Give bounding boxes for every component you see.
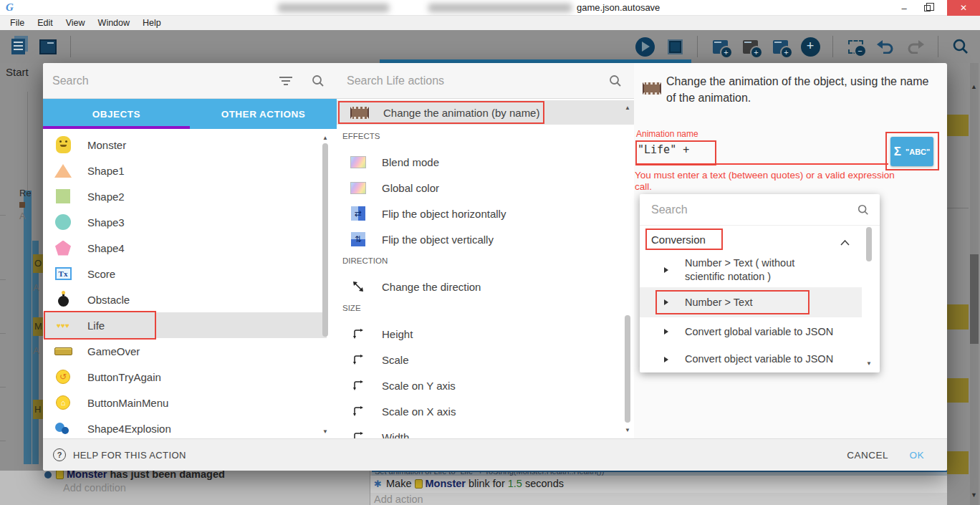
list-item-shape4[interactable]: Shape4 bbox=[43, 235, 327, 261]
scene-editor-icon[interactable] bbox=[36, 34, 60, 59]
object-list: Monster Shape1 Shape2 Shape3 Shape4 Scor… bbox=[43, 129, 337, 438]
list-item-gameover[interactable]: GameOver bbox=[43, 338, 327, 364]
list-item-obstacle[interactable]: Obstacle bbox=[43, 287, 327, 312]
project-manager-icon[interactable] bbox=[6, 34, 30, 59]
list-item-height[interactable]: Height bbox=[337, 321, 623, 347]
menu-file[interactable]: File bbox=[4, 18, 30, 28]
scroll-down-icon[interactable]: ▼ bbox=[322, 428, 328, 435]
list-item-scale-y[interactable]: Scale on Y axis bbox=[337, 372, 623, 398]
restore-icon bbox=[924, 5, 931, 11]
object-search-input[interactable]: Search bbox=[52, 74, 279, 87]
scroll-up-icon[interactable]: ▲ bbox=[625, 105, 630, 111]
add-action-link[interactable]: Add action bbox=[374, 494, 423, 505]
expression-builder-button[interactable]: Σ "ABC" bbox=[890, 137, 933, 166]
section-header: SIZE bbox=[342, 304, 361, 312]
list-item-shape4explosion[interactable]: Shape4Explosion bbox=[43, 415, 327, 438]
expr-item-number-to-text[interactable]: Number > Text bbox=[640, 287, 862, 317]
expr-item-number-to-text-nosci[interactable]: Number > Text ( without scientific notat… bbox=[640, 253, 862, 287]
undo-icon[interactable] bbox=[873, 34, 898, 59]
list-item-shape2[interactable]: Shape2 bbox=[43, 183, 327, 209]
action-editor-dialog: Search OBJECTS OTHER ACTIONS Monster Sha… bbox=[43, 63, 947, 471]
scrollbar-thumb[interactable] bbox=[970, 254, 979, 344]
action-search-input[interactable]: Search Life actions bbox=[347, 74, 608, 87]
selected-action-row[interactable]: Set animation of Life to "Life" + ToStri… bbox=[372, 471, 947, 476]
redo-icon[interactable] bbox=[903, 34, 928, 59]
tab-objects[interactable]: OBJECTS bbox=[43, 99, 190, 129]
list-item-buttonmainmenu[interactable]: ButtonMainMenu bbox=[43, 390, 327, 415]
scroll-down-icon[interactable]: ▼ bbox=[625, 427, 630, 433]
expand-arrow-icon[interactable] bbox=[664, 267, 668, 273]
help-icon[interactable] bbox=[53, 448, 66, 461]
search-icon[interactable] bbox=[948, 34, 973, 59]
list-item-flip-vertical[interactable]: Flip the object vertically bbox=[337, 226, 623, 252]
search-icon[interactable] bbox=[857, 203, 870, 216]
add-scene-icon[interactable] bbox=[708, 34, 732, 59]
cancel-button[interactable]: CANCEL bbox=[847, 450, 888, 461]
menu-window[interactable]: Window bbox=[92, 18, 135, 28]
scroll-up-icon[interactable]: ▲ bbox=[322, 135, 328, 141]
tab-other-actions[interactable]: OTHER ACTIONS bbox=[190, 99, 337, 129]
monster-icon bbox=[415, 479, 423, 489]
window-title: game.json.autosave bbox=[577, 2, 660, 13]
scrollbar-thumb[interactable] bbox=[866, 227, 872, 261]
help-link[interactable]: HELP FOR THIS ACTION bbox=[73, 450, 186, 461]
action-row[interactable]: ✱ Make Monster blink for 1.5 seconds bbox=[370, 476, 947, 493]
list-item-score[interactable]: Score bbox=[43, 261, 327, 287]
list-item-change-direction[interactable]: Change the direction bbox=[337, 274, 623, 299]
maximize-button[interactable] bbox=[917, 0, 937, 16]
close-button[interactable]: ✕ bbox=[947, 0, 980, 16]
search-icon[interactable] bbox=[311, 74, 325, 88]
titlebar: G game.json.autosave – ✕ bbox=[0, 0, 980, 16]
object-search-bar[interactable]: Search bbox=[43, 63, 337, 99]
expand-arrow-icon[interactable] bbox=[664, 329, 668, 335]
list-item-blend-mode[interactable]: Blend mode bbox=[337, 149, 623, 175]
deselect-all-icon[interactable] bbox=[843, 34, 868, 59]
list-item-global-color[interactable]: Global color bbox=[337, 175, 623, 201]
menu-help[interactable]: Help bbox=[137, 18, 167, 28]
debug-icon[interactable] bbox=[663, 34, 687, 59]
list-item-life[interactable]: Life bbox=[43, 312, 327, 338]
animation-name-input[interactable]: "Life" + bbox=[638, 143, 689, 156]
condition-row[interactable]: Monster has just been damaged bbox=[44, 471, 225, 480]
list-item-scale-x[interactable]: Scale on X axis bbox=[337, 398, 623, 424]
list-item-change-animation[interactable]: Change the animation (by name) bbox=[337, 100, 634, 125]
add-action-row[interactable]: Add action bbox=[370, 493, 947, 505]
add-object-icon[interactable]: + bbox=[798, 34, 822, 59]
scrollbar-thumb[interactable] bbox=[625, 315, 630, 423]
rainbow-icon bbox=[350, 182, 366, 194]
expr-item-object-to-json[interactable]: Convert object variable to JSON bbox=[640, 346, 862, 372]
add-external-events-icon[interactable] bbox=[738, 34, 762, 59]
minimize-button[interactable]: – bbox=[894, 0, 914, 16]
group-conversion[interactable]: Conversion bbox=[640, 226, 862, 253]
list-item-flip-horizontal[interactable]: Flip the object horizontally bbox=[337, 201, 623, 226]
list-item-shape3[interactable]: Shape3 bbox=[43, 209, 327, 235]
event-fragment: O bbox=[34, 258, 42, 269]
scroll-up-icon[interactable]: ▲ bbox=[971, 83, 977, 90]
scroll-down-icon[interactable]: ▼ bbox=[866, 360, 872, 367]
play-icon[interactable] bbox=[633, 34, 657, 59]
list-item-scale[interactable]: Scale bbox=[337, 347, 623, 372]
ok-button[interactable]: OK bbox=[909, 450, 924, 461]
expr-item-global-to-json[interactable]: Convert global variable to JSON bbox=[640, 317, 862, 346]
square-icon bbox=[56, 189, 70, 203]
list-item-shape1[interactable]: Shape1 bbox=[43, 158, 327, 183]
search-icon[interactable] bbox=[608, 74, 623, 88]
expression-search-input[interactable]: Search bbox=[651, 203, 857, 216]
filter-icon[interactable] bbox=[279, 77, 292, 85]
list-item-width[interactable]: Width bbox=[337, 424, 623, 438]
expand-arrow-icon[interactable] bbox=[664, 357, 668, 362]
list-item-buttontryagain[interactable]: ButtonTryAgain bbox=[43, 364, 327, 390]
scrollbar-thumb[interactable] bbox=[322, 143, 328, 337]
add-external-layout-icon[interactable] bbox=[768, 34, 792, 59]
list-item-monster[interactable]: Monster bbox=[43, 132, 327, 158]
scroll-down-icon[interactable]: ▼ bbox=[971, 491, 977, 499]
chevron-up-icon[interactable] bbox=[840, 236, 850, 249]
expression-search-bar[interactable]: Search bbox=[640, 194, 880, 226]
menu-edit[interactable]: Edit bbox=[32, 18, 59, 28]
menu-view[interactable]: View bbox=[60, 18, 91, 28]
sigma-icon: Σ bbox=[894, 145, 901, 159]
expand-arrow-icon[interactable] bbox=[664, 299, 668, 305]
add-condition-link[interactable]: Add condition bbox=[63, 482, 126, 494]
tab-start[interactable]: Start bbox=[6, 66, 29, 78]
action-search-bar[interactable]: Search Life actions bbox=[337, 63, 634, 99]
